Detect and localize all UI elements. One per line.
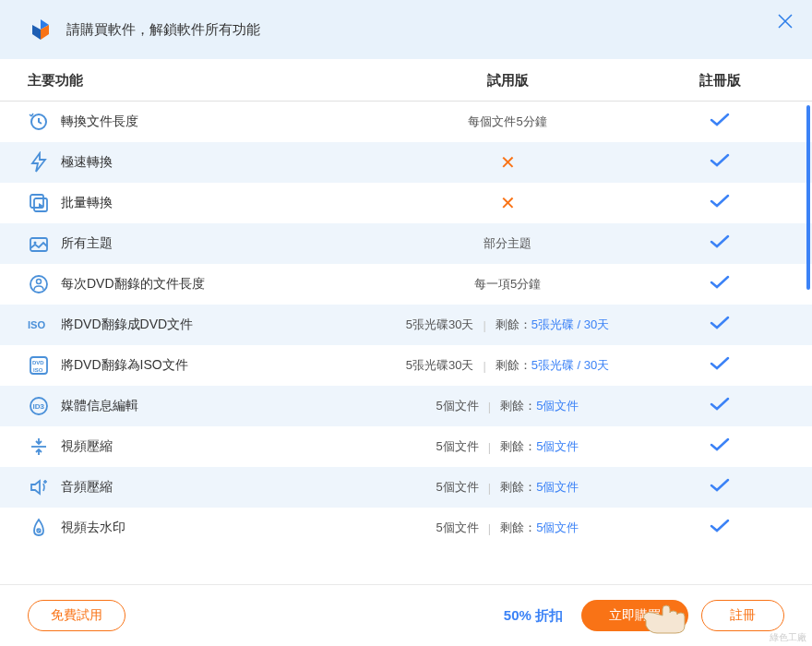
trial-main-text: 5個文件 xyxy=(436,438,479,455)
table-row: 視頻去水印5個文件|剩餘：5個文件 xyxy=(0,508,812,548)
check-icon xyxy=(709,358,731,374)
feature-label: 轉換文件長度 xyxy=(61,114,138,130)
feature-table: 轉換文件長度每個文件5分鐘極速轉換✕批量轉換✕所有主題部分主題每次DVD翻錄的文… xyxy=(0,102,812,548)
discount-label: 50% 折扣 xyxy=(504,607,563,625)
registered-cell xyxy=(655,437,784,456)
trial-cell: 每一項5分鐘 xyxy=(360,276,655,293)
feature-label: 媒體信息編輯 xyxy=(61,398,138,414)
svg-text:ISO: ISO xyxy=(33,367,43,373)
feature-cell: 視頻去水印 xyxy=(28,517,360,539)
register-button[interactable]: 註冊 xyxy=(701,600,784,631)
remain-value: 5個文件 xyxy=(536,479,579,496)
trial-cell: 部分主題 xyxy=(360,235,655,252)
feature-label: 音頻壓縮 xyxy=(61,479,113,496)
trial-cell: 5張光碟30天|剩餘：5張光碟 / 30天 xyxy=(360,357,655,374)
remain-label: 剩餘： xyxy=(496,357,531,374)
table-row: DVDISO將DVD翻錄為ISO文件5張光碟30天|剩餘：5張光碟 / 30天 xyxy=(0,345,812,386)
registered-cell xyxy=(655,194,784,212)
feature-cell: DVDISO將DVD翻錄為ISO文件 xyxy=(28,354,360,377)
trial-cell: ✕ xyxy=(360,192,655,214)
feature-cell: ID3媒體信息編輯 xyxy=(28,395,360,417)
trial-cell: 5張光碟30天|剩餘：5張光碟 / 30天 xyxy=(360,317,655,333)
remain-value: 5張光碟 / 30天 xyxy=(531,317,610,333)
feature-label: 將DVD翻錄成DVD文件 xyxy=(61,317,193,333)
video-compress-icon xyxy=(28,436,50,458)
feature-label: 將DVD翻錄為ISO文件 xyxy=(61,357,188,374)
trial-cell: 5個文件|剩餘：5個文件 xyxy=(360,398,655,414)
trial-text: 部分主題 xyxy=(484,235,531,252)
free-trial-button[interactable]: 免費試用 xyxy=(28,600,125,631)
check-icon xyxy=(709,520,731,536)
table-row: 批量轉換✕ xyxy=(0,183,812,223)
registered-cell xyxy=(655,275,784,293)
feature-label: 所有主題 xyxy=(61,235,113,252)
feature-cell: 所有主題 xyxy=(28,233,360,255)
separator: | xyxy=(488,481,491,495)
cross-icon: ✕ xyxy=(500,151,516,173)
check-icon xyxy=(709,439,731,455)
feature-cell: 視頻壓縮 xyxy=(28,436,360,458)
feature-label: 視頻壓縮 xyxy=(61,438,113,455)
trial-main-text: 5個文件 xyxy=(436,479,479,496)
registered-cell xyxy=(655,316,784,334)
feature-label: 每次DVD翻錄的文件長度 xyxy=(61,276,205,293)
table-row: 視頻壓縮5個文件|剩餘：5個文件 xyxy=(0,426,812,467)
feature-cell: 每次DVD翻錄的文件長度 xyxy=(28,273,360,295)
feature-cell: 批量轉換 xyxy=(28,192,360,214)
remain-value: 5個文件 xyxy=(536,398,579,414)
table-row: ID3媒體信息編輯5個文件|剩餘：5個文件 xyxy=(0,386,812,426)
feature-cell: 音頻壓縮 xyxy=(28,476,360,498)
watermark-icon xyxy=(28,517,50,539)
footer-bar: 免費試用 50% 折扣 立即購買 註冊 xyxy=(0,584,812,646)
check-icon xyxy=(709,399,731,414)
feature-cell: 轉換文件長度 xyxy=(28,111,360,133)
trial-main-text: 5張光碟30天 xyxy=(406,317,474,333)
column-registered: 註冊版 xyxy=(655,72,784,90)
scrollbar[interactable] xyxy=(806,105,810,290)
check-icon xyxy=(709,317,731,333)
feature-cell: ISO將DVD翻錄成DVD文件 xyxy=(28,314,360,336)
trial-cell: 5個文件|剩餘：5個文件 xyxy=(360,438,655,455)
buy-now-button[interactable]: 立即購買 xyxy=(581,600,688,631)
check-icon xyxy=(709,114,731,130)
registered-cell xyxy=(655,478,784,496)
remain-label: 剩餘： xyxy=(500,438,536,455)
svg-text:ID3: ID3 xyxy=(33,402,45,411)
table-row: 每次DVD翻錄的文件長度每一項5分鐘 xyxy=(0,264,812,305)
trial-cell: ✕ xyxy=(360,151,655,173)
feature-label: 視頻去水印 xyxy=(61,520,125,536)
remain-label: 剩餘： xyxy=(500,398,536,414)
table-row: 極速轉換✕ xyxy=(0,142,812,183)
registered-cell xyxy=(655,356,784,375)
trial-main-text: 5個文件 xyxy=(436,520,479,536)
check-icon xyxy=(709,155,731,171)
trial-cell: 每個文件5分鐘 xyxy=(360,114,655,130)
svg-point-6 xyxy=(37,280,42,284)
dvd-person-icon xyxy=(28,273,50,295)
remain-label: 剩餘： xyxy=(500,479,536,496)
trial-text: 每個文件5分鐘 xyxy=(468,114,546,130)
trial-main-text: 5張光碟30天 xyxy=(406,357,474,374)
remain-value: 5張光碟 / 30天 xyxy=(531,357,610,374)
feature-label: 極速轉換 xyxy=(61,154,113,171)
trial-main-text: 5個文件 xyxy=(436,398,479,414)
svg-text:DVD: DVD xyxy=(32,360,44,365)
registered-cell xyxy=(655,519,784,537)
separator: | xyxy=(488,400,491,413)
check-icon xyxy=(709,480,731,496)
column-trial: 試用版 xyxy=(360,72,655,90)
remain-value: 5個文件 xyxy=(536,520,579,536)
column-feature: 主要功能 xyxy=(28,72,360,90)
header-bar: 請購買軟件，解鎖軟件所有功能 xyxy=(0,0,812,59)
remain-label: 剩餘： xyxy=(496,317,531,333)
remain-label: 剩餘： xyxy=(500,520,536,536)
trial-cell: 5個文件|剩餘：5個文件 xyxy=(360,520,655,536)
id3-icon: ID3 xyxy=(28,395,50,417)
check-icon xyxy=(709,236,731,252)
separator: | xyxy=(483,318,485,332)
trial-text: 每一項5分鐘 xyxy=(474,276,541,293)
close-icon[interactable] xyxy=(777,13,794,30)
separator: | xyxy=(488,440,491,454)
svg-text:ISO: ISO xyxy=(28,319,46,330)
themes-icon xyxy=(28,233,50,255)
